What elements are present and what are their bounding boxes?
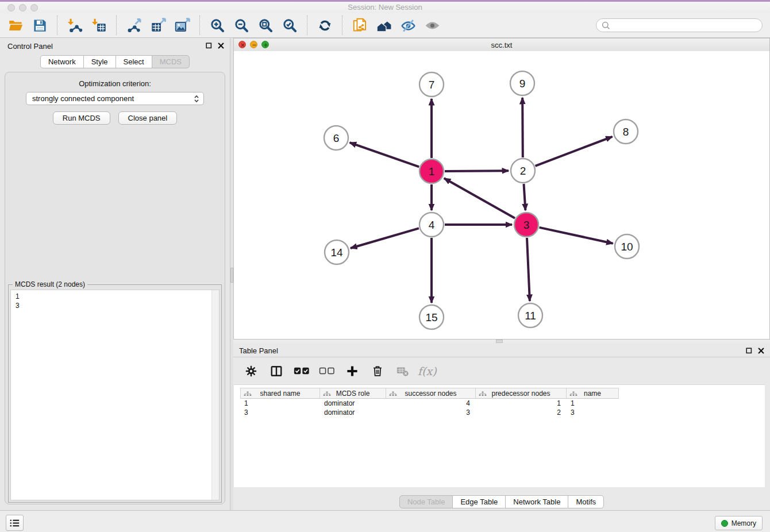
graph-node-2[interactable]: 2 [511, 159, 535, 183]
column-header-predecessor-nodes[interactable]: predecessor nodes [476, 388, 567, 399]
new-network-file-icon [352, 18, 368, 33]
graph-node-3[interactable]: 3 [514, 213, 538, 237]
search-box [596, 18, 763, 32]
float-panel-icon[interactable] [206, 43, 212, 49]
list-icon [10, 519, 20, 527]
cell-predecessor-nodes: 2 [476, 408, 567, 417]
hierarchy-icon [323, 391, 331, 396]
export-network-button[interactable] [123, 14, 145, 36]
graph-node-4[interactable]: 4 [419, 213, 444, 237]
show-panels-button[interactable] [6, 515, 24, 531]
table-tab-motifs[interactable]: Motifs [568, 495, 604, 508]
new-network-file-button[interactable] [349, 14, 371, 36]
graph-edge-3-11[interactable] [527, 238, 530, 301]
network-graph[interactable]: 7968124314101511 [234, 51, 769, 339]
export-table-button[interactable] [147, 14, 169, 36]
graph-edge-3-10[interactable] [540, 228, 613, 244]
close-table-panel-icon[interactable] [758, 348, 764, 354]
optimization-select[interactable]: strongly connected component [26, 92, 204, 105]
zoom-out-icon [234, 18, 249, 33]
table-row-node-3[interactable]: 3dominator323 [240, 408, 765, 417]
column-header-name[interactable]: name [567, 388, 619, 399]
tab-mcds[interactable]: MCDS [152, 55, 190, 68]
graph-edge-1-2[interactable] [445, 171, 509, 171]
graph-edge-1-6[interactable] [350, 142, 419, 167]
zoom-in-icon [210, 18, 225, 33]
float-table-panel-icon[interactable] [746, 348, 752, 354]
memory-button[interactable]: Memory [715, 516, 763, 530]
graph-node-1[interactable]: 1 [419, 159, 444, 183]
result-scrollbar[interactable] [211, 290, 219, 500]
graph-node-11[interactable]: 11 [518, 303, 542, 327]
graph-edge-4-14[interactable] [351, 228, 419, 248]
toolbar-separator [199, 16, 200, 35]
graph-edge-2-8[interactable] [536, 137, 613, 166]
mcds-result-title: MCDS result (2 nodes) [13, 280, 87, 288]
gear-button[interactable] [243, 363, 259, 379]
graph-edge-2-9[interactable] [522, 98, 523, 157]
columns-button[interactable] [268, 363, 284, 379]
table-tab-node-table[interactable]: Node Table [399, 495, 453, 508]
open-folder-button[interactable] [5, 14, 26, 36]
zoom-fit-button[interactable] [255, 14, 276, 36]
table-row-node-1[interactable]: 1dominator411 [240, 399, 765, 408]
table-tab-edge-table[interactable]: Edge Table [452, 495, 506, 508]
column-header-MCDS-role[interactable]: MCDS role [320, 388, 386, 399]
control-panel-tabs: NetworkStyleSelectMCDS [0, 55, 230, 68]
save-button[interactable] [29, 14, 51, 36]
network-window-titlebar[interactable]: scc.txt [234, 38, 769, 52]
show-eye-button[interactable] [421, 14, 443, 36]
graph-node-label: 1 [429, 165, 435, 178]
import-table-button[interactable] [88, 14, 110, 36]
select-all-button[interactable] [294, 363, 310, 379]
toolbar-separator [57, 16, 57, 35]
close-panel-button[interactable]: Close panel [118, 111, 178, 125]
column-header-successor-nodes[interactable]: successor nodes [386, 388, 476, 399]
tab-select[interactable]: Select [116, 55, 152, 68]
home-button[interactable] [373, 14, 395, 36]
zoom-selected-button[interactable] [279, 14, 301, 36]
import-network-button[interactable] [64, 14, 86, 36]
zoom-in-button[interactable] [206, 14, 228, 36]
graph-node-10[interactable]: 10 [615, 234, 639, 259]
main-titlebar: Session: New Session [0, 0, 770, 14]
column-header-shared-name[interactable]: shared name [240, 388, 320, 399]
mcds-panel: Optimization criterion: strongly connect… [5, 72, 225, 504]
cell-name: 3 [567, 408, 619, 417]
deselect-all-button[interactable] [319, 363, 335, 379]
graph-edge-3-1[interactable] [444, 178, 515, 218]
add-button[interactable] [344, 363, 360, 379]
graph-node-15[interactable]: 15 [419, 305, 444, 329]
graph-node-label: 8 [623, 126, 629, 138]
graph-node-14[interactable]: 14 [325, 240, 349, 264]
deselect-all-icon [319, 366, 335, 376]
graph-node-8[interactable]: 8 [614, 119, 638, 144]
close-panel-icon[interactable] [218, 43, 224, 49]
zoom-out-button[interactable] [230, 14, 252, 36]
graph-node-7[interactable]: 7 [419, 72, 444, 97]
tab-style[interactable]: Style [83, 55, 116, 68]
table-tab-network-table[interactable]: Network Table [505, 495, 568, 508]
cell-shared-name: 3 [240, 408, 320, 417]
function-builder-button[interactable]: f(x) [418, 365, 437, 377]
toolbar-separator [342, 16, 342, 35]
node-table: shared nameMCDS rolesuccessor nodesprede… [240, 388, 765, 417]
graph-edge-2-3[interactable] [524, 184, 526, 210]
refresh-button[interactable] [314, 14, 336, 36]
memory-status-icon [721, 520, 728, 527]
graph-node-6[interactable]: 6 [324, 126, 348, 150]
network-canvas[interactable]: 7968124314101511 [234, 51, 769, 339]
export-image-button[interactable] [171, 14, 193, 36]
mcds-result-textarea[interactable]: 13 [10, 290, 220, 500]
run-mcds-button[interactable]: Run MCDS [53, 111, 110, 125]
graph-node-9[interactable]: 9 [510, 71, 534, 95]
tab-network[interactable]: Network [40, 55, 84, 68]
delete-table-button[interactable] [395, 363, 411, 379]
import-table-icon [91, 18, 107, 33]
hierarchy-icon [569, 391, 578, 396]
mcds-result-line: 1 [16, 292, 214, 301]
delete-button[interactable] [369, 363, 386, 379]
graph-node-label: 3 [523, 219, 530, 231]
search-input[interactable] [614, 21, 762, 30]
hide-eye-button[interactable] [397, 14, 419, 36]
